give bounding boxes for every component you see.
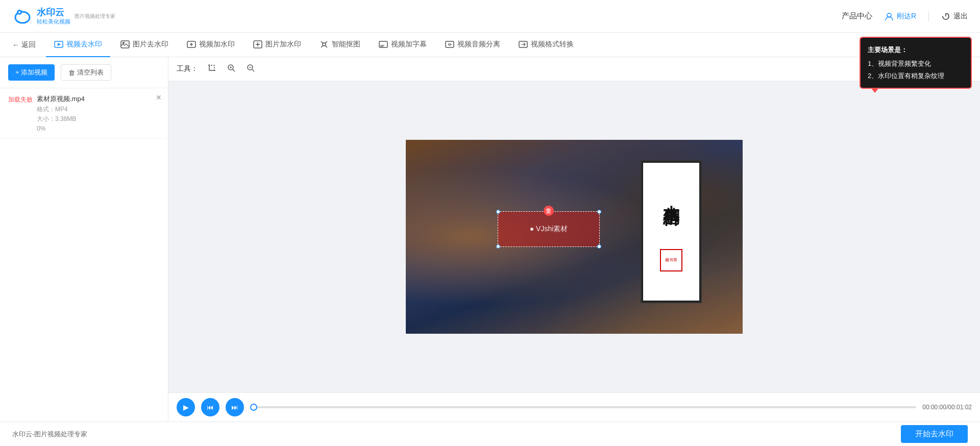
zoom-out-button[interactable] <box>243 62 258 76</box>
logo-sub: 轻松美化视频 <box>37 18 70 25</box>
logo-text: 水印云 轻松美化视频 <box>37 7 70 25</box>
clear-list-label: 清空列表 <box>77 68 104 77</box>
tooltip-item-1: 1、视频背景频繁变化 <box>868 58 964 69</box>
watermark-text: ● VJshi素材 <box>530 225 568 234</box>
nav-video-add-label: 视频加水印 <box>199 40 235 49</box>
tooltip-arrow <box>871 88 879 93</box>
video-progress-bar[interactable] <box>250 406 916 408</box>
seal-text: 藏书章 <box>665 258 677 263</box>
play-button[interactable]: ▶ <box>177 398 195 416</box>
power-icon <box>941 12 950 21</box>
file-info: 素材原视频.mp4 格式：MP4 大小：3.38MB 0% <box>37 94 160 132</box>
svg-marker-7 <box>58 43 61 46</box>
main-content: + 添加视频 🗑 清空列表 加载失败 素材原视频.mp4 格式：MP4 大小：3… <box>0 57 980 422</box>
footer-brand: 水印云-图片视频处理专家 <box>12 430 87 439</box>
nav-video-add[interactable]: 视频加水印 <box>179 33 243 57</box>
video-frame: 本草綱目 藏书章 ● VJshi素材 🗑 <box>406 140 743 334</box>
navbar: ← 返回 视频去水印 图片去水印 视频加水印 图片加水印 <box>0 33 980 57</box>
user-area[interactable]: 刚达R <box>885 12 916 21</box>
nav-smart-crop[interactable]: 智能抠图 <box>311 33 369 57</box>
svg-line-23 <box>233 69 235 71</box>
file-progress: 0% <box>37 125 160 132</box>
resize-handle-tl[interactable] <box>496 210 500 214</box>
resize-handle-br[interactable] <box>597 244 601 249</box>
svg-rect-20 <box>446 41 454 47</box>
book-title: 本草綱目 <box>660 192 682 201</box>
size-value: 3.38MB <box>55 115 76 122</box>
sidebar: + 添加视频 🗑 清空列表 加载失败 素材原视频.mp4 格式：MP4 大小：3… <box>0 57 168 422</box>
size-label: 大小： <box>37 115 55 122</box>
resize-handle-tr[interactable] <box>597 210 601 214</box>
tooltip-title: 主要场景是： <box>868 44 964 56</box>
logout-label: 退出 <box>953 12 968 21</box>
add-video-button[interactable]: + 添加视频 <box>8 64 55 81</box>
sidebar-toolbar: + 添加视频 🗑 清空列表 <box>0 57 168 88</box>
footer: 水印云-图片视频处理专家 开始去水印 <box>0 422 980 446</box>
resize-handle-bl[interactable] <box>496 244 500 249</box>
book-seal: 藏书章 <box>660 249 682 271</box>
file-name: 素材原视频.mp4 <box>37 94 160 104</box>
nav-video-convert[interactable]: 视频格式转换 <box>510 33 582 57</box>
forward-button[interactable]: ⏭ <box>226 398 244 416</box>
watermark-delete-button[interactable]: 🗑 <box>544 206 554 216</box>
svg-point-2 <box>18 11 20 13</box>
video-background: 本草綱目 藏书章 ● VJshi素材 🗑 <box>406 140 743 334</box>
video-area: 工具： <box>168 57 980 422</box>
crop-icon <box>207 63 216 72</box>
ai-tooltip-popup: 主要场景是： 1、视频背景频繁变化 2、水印位置有稍复杂纹理 <box>860 37 972 89</box>
nav-smart-crop-label: 智能抠图 <box>332 40 360 49</box>
nav-video-audio-label: 视频音频分离 <box>457 40 500 49</box>
header-divider <box>928 11 929 21</box>
video-remove-icon <box>54 40 63 49</box>
format-value: MP4 <box>55 106 68 113</box>
nav-video-remove[interactable]: 视频去水印 <box>46 33 110 57</box>
video-toolbar: 工具： <box>168 57 980 81</box>
nav-back-button[interactable]: ← 返回 <box>12 40 36 49</box>
start-remove-button[interactable]: 开始去水印 <box>901 425 968 443</box>
file-meta: 格式：MP4 大小：3.38MB <box>37 105 160 124</box>
header: 水印云 轻松美化视频 图片视频处理专家 产品中心 刚达R 退出 <box>0 0 980 33</box>
file-list: 加载失败 素材原视频.mp4 格式：MP4 大小：3.38MB 0% ✕ <box>0 88 168 422</box>
book-label: 本草綱目 藏书章 <box>641 160 702 303</box>
crop-tool-button[interactable] <box>204 62 219 76</box>
logo-area: 水印云 轻松美化视频 图片视频处理专家 <box>12 6 115 27</box>
nav-video-audio[interactable]: 视频音频分离 <box>437 33 508 57</box>
clear-list-button[interactable]: 🗑 清空列表 <box>61 64 111 81</box>
tooltip-item-2: 2、水印位置有稍复杂纹理 <box>868 70 964 82</box>
product-center-link[interactable]: 产品中心 <box>842 11 872 21</box>
progress-handle[interactable] <box>250 404 257 411</box>
nav-video-convert-label: 视频格式转换 <box>531 40 574 49</box>
back-label: 返回 <box>21 40 36 49</box>
nav-video-subtitle[interactable]: 视频加字幕 <box>371 33 435 57</box>
nav-image-add[interactable]: 图片加水印 <box>245 33 309 57</box>
user-name: 刚达R <box>897 12 916 21</box>
video-audio-icon <box>445 40 454 49</box>
logout-button[interactable]: 退出 <box>941 12 968 21</box>
toolbar-label: 工具： <box>177 64 198 73</box>
zoom-in-button[interactable] <box>224 62 239 76</box>
nav-video-remove-label: 视频去水印 <box>66 40 102 49</box>
header-right: 产品中心 刚达R 退出 <box>842 11 968 21</box>
nav-image-remove-label: 图片去水印 <box>133 40 168 49</box>
svg-point-9 <box>122 42 125 44</box>
watermark-selection-box[interactable]: ● VJshi素材 🗑 <box>498 211 600 247</box>
video-preview: 本草綱目 藏书章 ● VJshi素材 🗑 <box>168 81 980 392</box>
back-arrow-icon: ← <box>12 41 19 49</box>
user-icon <box>885 12 894 21</box>
smart-crop-icon <box>320 40 329 49</box>
format-label: 格式： <box>37 106 55 113</box>
time-display: 00:00:00/00:01:02 <box>922 404 972 411</box>
image-add-icon <box>253 40 262 49</box>
nav-video-subtitle-label: 视频加字幕 <box>391 40 427 49</box>
logo-icon <box>12 6 33 27</box>
nav-image-add-label: 图片加水印 <box>265 40 301 49</box>
rewind-button[interactable]: ⏮ <box>201 398 219 416</box>
nav-image-remove[interactable]: 图片去水印 <box>112 33 177 57</box>
svg-line-27 <box>252 69 254 71</box>
video-add-icon <box>187 40 196 49</box>
logo-tag: 图片视频处理专家 <box>75 13 115 20</box>
file-status: 加载失败 <box>8 95 33 104</box>
file-close-button[interactable]: ✕ <box>156 93 162 102</box>
file-item: 加载失败 素材原视频.mp4 格式：MP4 大小：3.38MB 0% ✕ <box>0 88 168 139</box>
zoom-in-icon <box>227 63 236 72</box>
